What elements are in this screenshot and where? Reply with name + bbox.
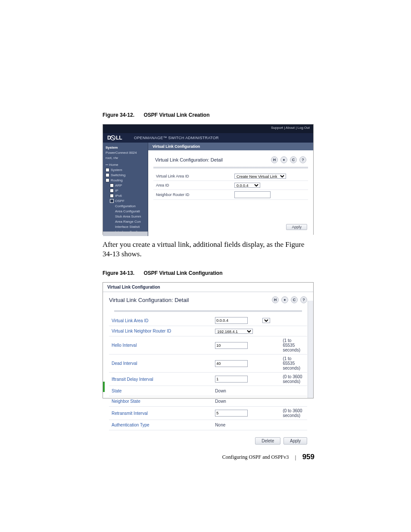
screenshot-config: Virtual Link Configuration Virtual Link … bbox=[103, 282, 314, 398]
cfg-label: Hello Interval bbox=[109, 336, 212, 355]
tree-item-switching[interactable]: Switching bbox=[106, 173, 148, 178]
save-icon[interactable]: H bbox=[271, 156, 278, 163]
page-title: Virtual Link Configuration: Detail bbox=[155, 157, 223, 162]
row-state: State Down bbox=[109, 386, 307, 396]
label-neighbor-router: Neighbor Router ID bbox=[153, 190, 232, 200]
apply-button-2[interactable]: Apply bbox=[283, 437, 307, 445]
print-icon[interactable]: ● bbox=[281, 296, 288, 303]
dropdown-vl-area-id[interactable] bbox=[262, 318, 270, 323]
tree-item-ip[interactable]: IP bbox=[106, 188, 148, 193]
figure-13-title: OSPF Virtual Link Configuration bbox=[143, 270, 222, 276]
footer-page-number: 959 bbox=[302, 453, 314, 461]
screenshot-creation: Support | About | Log Out D LL OPENMANAG… bbox=[103, 124, 314, 235]
tree-user: root, r/w bbox=[106, 156, 148, 161]
tree-item-home[interactable]: Home bbox=[106, 162, 148, 168]
row-area-id: Virtual Link Area ID Create New Virtual … bbox=[153, 172, 308, 181]
cfg-label: Retransmit Interval bbox=[109, 407, 212, 420]
tree-item-config[interactable]: Configuration bbox=[106, 204, 148, 209]
delete-button[interactable]: Delete bbox=[255, 437, 280, 445]
page-title-2: Virtual Link Configuration: Detail bbox=[109, 297, 189, 303]
breadcrumb: Virtual Link Configuration bbox=[148, 143, 313, 150]
cfg-value: Down bbox=[212, 386, 307, 396]
body-paragraph: After you create a virtual link, additio… bbox=[103, 240, 313, 259]
footer-divider: | bbox=[295, 454, 296, 460]
cfg-label: Virtual Link Area ID bbox=[109, 315, 212, 326]
cfg-label: Neighbor State bbox=[109, 396, 212, 407]
input-neighbor-router[interactable] bbox=[234, 191, 271, 198]
row-vl-area-id: Virtual Link Area ID bbox=[109, 315, 307, 326]
tree-item-area-range[interactable]: Area Range Con bbox=[106, 219, 148, 224]
select-vl-area-id[interactable]: Create New Virtual Link bbox=[234, 174, 286, 179]
tree-item-arp[interactable]: ARP bbox=[106, 183, 148, 188]
main-pane: Virtual Link Configuration Virtual Link … bbox=[148, 143, 313, 236]
row-areaid2: Area ID 0.0.0.4 bbox=[153, 181, 308, 190]
figure-12-caption: Figure 34-12. OSPF Virtual Link Creation bbox=[103, 112, 313, 118]
label-vl-area-id: Virtual Link Area ID bbox=[153, 172, 232, 181]
tree-item-routing[interactable]: Routing bbox=[106, 178, 148, 183]
tree-item-ipv6[interactable]: IPv6 bbox=[106, 193, 148, 199]
row-neighbor-state: Neighbor State Down bbox=[109, 396, 307, 407]
cfg-label: State bbox=[109, 386, 212, 396]
apply-button[interactable]: Apply bbox=[286, 224, 307, 230]
input-hello[interactable] bbox=[215, 342, 248, 349]
select-area-id[interactable]: 0.0.0.4 bbox=[234, 183, 260, 188]
cfg-label: Iftransit Delay Interval bbox=[109, 373, 212, 386]
top-links[interactable]: Support | About | Log Out bbox=[103, 124, 313, 133]
cfg-range: (0 to 3600 seconds) bbox=[280, 407, 307, 420]
dell-logo-icon: D LL bbox=[107, 135, 128, 140]
help-icon[interactable]: ? bbox=[300, 296, 307, 303]
footer-title: Configuring OSPF and OSPFv3 bbox=[222, 454, 289, 460]
label-area-id: Area ID bbox=[153, 181, 232, 190]
cfg-label: Authentication Type bbox=[109, 420, 212, 430]
refresh-icon[interactable]: C bbox=[291, 296, 298, 303]
row-hello: Hello Interval (1 to 65535 seconds) bbox=[109, 336, 307, 355]
row-dead: Dead Interval (1 to 65535 seconds) bbox=[109, 355, 307, 373]
config-table: Virtual Link Area ID Virtual Link Neighb… bbox=[109, 315, 307, 430]
brand-subtitle: OPENMANAGE™ SWITCH ADMINISTRATOR bbox=[134, 136, 219, 140]
cfg-value: None bbox=[212, 420, 307, 430]
cfg-range: (1 to 65535 seconds) bbox=[280, 355, 307, 373]
figure-12-title: OSPF Virtual Link Creation bbox=[143, 112, 209, 118]
tree-item-system[interactable]: System bbox=[106, 168, 148, 173]
tree-device: PowerConnect 8024 bbox=[106, 150, 148, 156]
form-table: Virtual Link Area ID Create New Virtual … bbox=[153, 172, 308, 200]
cfg-label: Virtual Link Neighbor Router ID bbox=[109, 326, 212, 336]
tree-item-ospf[interactable]: OSPF bbox=[106, 199, 148, 204]
select-vl-neighbor[interactable]: 192.168.4.1 bbox=[215, 329, 253, 334]
figure-13-number: Figure 34-13. bbox=[103, 270, 134, 276]
cfg-range: (0 to 3600 seconds) bbox=[280, 373, 307, 386]
figure-13-caption: Figure 34-13. OSPF Virtual Link Configur… bbox=[103, 270, 313, 276]
cfg-value: Down bbox=[212, 396, 307, 407]
row-vl-neighbor: Virtual Link Neighbor Router ID 192.168.… bbox=[109, 326, 307, 336]
page-footer: Configuring OSPF and OSPFv3 | 959 bbox=[222, 453, 314, 461]
row-neighbor-router: Neighbor Router ID bbox=[153, 190, 308, 200]
help-icon[interactable]: ? bbox=[299, 156, 306, 163]
tree-item-if-stats[interactable]: Interface Statisti bbox=[106, 224, 148, 230]
input-vl-area-id[interactable] bbox=[215, 317, 248, 324]
row-transit: Iftransit Delay Interval (0 to 3600 seco… bbox=[109, 373, 307, 386]
tree-item-stub[interactable]: Stub Area Summ bbox=[106, 214, 148, 219]
refresh-icon[interactable]: C bbox=[290, 156, 297, 163]
save-icon[interactable]: H bbox=[272, 296, 279, 303]
cfg-range: (1 to 65535 seconds) bbox=[280, 336, 307, 355]
tree-item-area-config[interactable]: Area Configurati bbox=[106, 209, 148, 214]
input-retransmit[interactable] bbox=[215, 410, 248, 417]
svg-text:LL: LL bbox=[116, 135, 122, 140]
input-transit[interactable] bbox=[215, 376, 248, 383]
nav-tree[interactable]: System PowerConnect 8024 root, r/w Home … bbox=[103, 143, 148, 236]
figure-12-number: Figure 34-12. bbox=[103, 112, 134, 118]
svg-line-2 bbox=[112, 137, 115, 139]
tree-scrollbar[interactable] bbox=[103, 231, 148, 236]
input-dead[interactable] bbox=[215, 360, 248, 367]
brand-bar: D LL OPENMANAGE™ SWITCH ADMINISTRATOR bbox=[103, 133, 313, 143]
row-retransmit: Retransmit Interval (0 to 3600 seconds) bbox=[109, 407, 307, 420]
tree-system: System bbox=[106, 145, 148, 150]
print-icon[interactable]: ● bbox=[280, 156, 287, 163]
breadcrumb-2: Virtual Link Configuration bbox=[103, 283, 313, 292]
row-auth: Authentication Type None bbox=[109, 420, 307, 430]
cfg-label: Dead Interval bbox=[109, 355, 212, 373]
